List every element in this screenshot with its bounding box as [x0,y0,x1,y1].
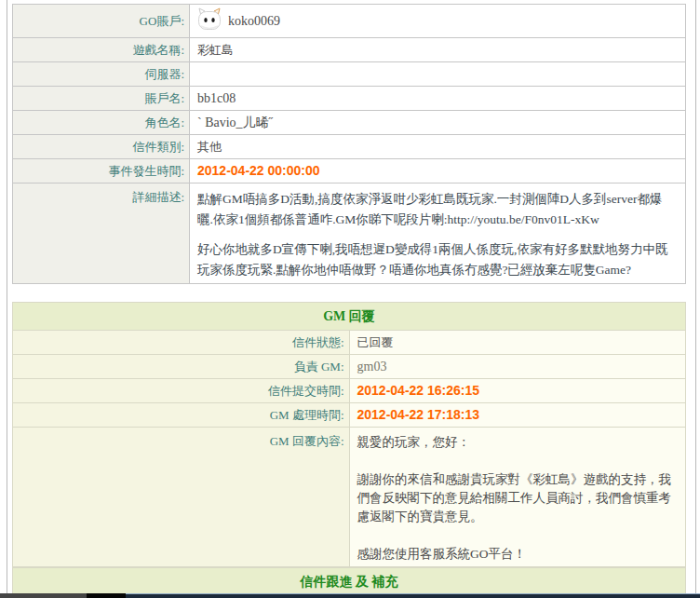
table-row: GM 回覆 [13,303,686,331]
taskbar-segment [87,593,126,598]
page-right-border [695,0,696,598]
assigned-gm-value: gm03 [349,355,686,379]
table-row: GM 回覆內容: 親愛的玩家，您好： 謝謝你的來信和感謝貴玩家對《彩虹島》遊戲的… [13,428,686,567]
game-name-value: 彩虹島 [190,38,686,62]
table-row: 賬戶名: bb1c08 [13,87,686,111]
main-content: GO賬戶: koko0069 [12,4,686,598]
description-label: 詳細描述: [13,183,190,284]
table-row: GO賬戶: koko0069 [13,5,686,38]
table-row: 遊戲名稱: 彩虹島 [13,38,686,62]
table-row: GM 處理時間: 2012-04-22 17:18:13 [13,403,686,428]
description-paragraph: 好心你地就多D宣傳下喇,我唔想遲D變成得1兩個人係度玩,依家有好多默默地努力中既… [197,239,678,280]
process-time-text: 2012-04-22 17:18:13 [357,407,480,422]
submit-time-label: 信件提交時間: [13,379,350,403]
table-row: 角色名: ` Bavio_儿晞˝ [13,111,686,135]
server-value [190,62,686,87]
event-time-label: 事件發生時間: [13,159,190,183]
gm-reply-content-label: GM 回覆內容: [13,428,350,567]
description-paragraph: 點解GM唔搞多D活動,搞度依家淨返咁少彩虹島既玩家.一封測個陣D人多到serve… [197,189,678,230]
table-row: 信件狀態: 已回覆 [13,331,686,355]
gm-reply-table: GM 回覆 信件狀態: 已回覆 負責 GM: gm03 信件提交時間: 2012… [12,302,686,567]
taskbar-edge [0,593,700,598]
game-name-label: 遊戲名稱: [13,38,190,62]
ticket-page: { "colors": { "accent_orange": "#FF6600"… [0,0,700,598]
mail-category-label: 信件類別: [13,135,190,159]
go-account-value: koko0069 [228,14,280,29]
mail-status-value: 已回覆 [349,331,686,355]
character-name-label: 角色名: [13,111,190,135]
go-account-value-cell: koko0069 [190,5,686,38]
table-row: 詳細描述: 點解GM唔搞多D活動,搞度依家淨返咁少彩虹島既玩家.一封測個陣D人多… [13,183,686,284]
process-time-label: GM 處理時間: [13,403,350,428]
table-row: 信件類別: 其他 [13,135,686,159]
gm-reply-paragraph: 謝謝你的來信和感謝貴玩家對《彩虹島》遊戲的支持，我們會反映閣下的意見給相關工作人… [357,470,679,526]
gm-reply-paragraph: 親愛的玩家，您好： [357,433,679,452]
cat-avatar-icon [197,7,222,34]
table-row: 負責 GM: gm03 [13,355,686,379]
gm-reply-header: GM 回覆 [13,303,686,331]
mail-status-label: 信件狀態: [13,331,350,355]
taskbar-segment [0,593,87,598]
account-name-label: 賬戶名: [13,87,190,111]
submit-time-value: 2012-04-22 16:26:15 [349,379,686,403]
account-name-value: bb1c08 [190,87,686,111]
table-row: 信件提交時間: 2012-04-22 16:26:15 [13,379,686,403]
character-name-value: ` Bavio_儿晞˝ [190,111,686,135]
ticket-info-table: GO賬戶: koko0069 [12,4,686,284]
table-row: 伺服器: [13,62,686,87]
mail-category-value: 其他 [190,135,686,159]
event-time-value: 2012-04-22 00:00:00 [190,159,686,183]
table-row: 事件發生時間: 2012-04-22 00:00:00 [13,159,686,183]
description-value: 點解GM唔搞多D活動,搞度依家淨返咁少彩虹島既玩家.一封測個陣D人多到serve… [190,183,686,284]
table-row: 信件跟進 及 補充 [13,568,686,596]
gm-reply-paragraph: 感謝您使用客服系統GO平台！ [357,545,679,564]
gm-reply-content-value: 親愛的玩家，您好： 謝謝你的來信和感謝貴玩家對《彩虹島》遊戲的支持，我們會反映閣… [349,428,686,567]
go-account-label: GO賬戶: [13,5,190,38]
process-time-value: 2012-04-22 17:18:13 [349,403,686,428]
assigned-gm-label: 負責 GM: [13,355,350,379]
page-left-border [7,0,7,598]
followup-header: 信件跟進 及 補充 [13,568,686,596]
server-label: 伺服器: [13,62,190,87]
event-time-text: 2012-04-22 00:00:00 [197,163,320,178]
submit-time-text: 2012-04-22 16:26:15 [357,383,480,398]
